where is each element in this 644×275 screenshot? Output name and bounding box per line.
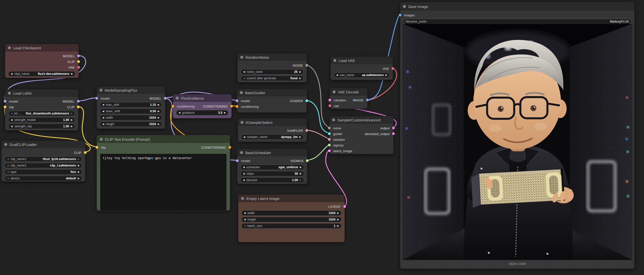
model-sampling-flux-widget-base-shift[interactable]: ◀base_shift0.50▶ <box>100 109 162 114</box>
node-model-sampling-flux[interactable]: ModelSamplingFluxmodelMODEL◀max_shift1.1… <box>96 86 165 129</box>
basic-scheduler-widget-scheduler[interactable]: ◀schedulersgm_uniform▶ <box>240 164 304 170</box>
dual-clip-loader-widget-type[interactable]: ◀typeflux▶ <box>4 169 82 175</box>
model-sampling-flux-widget-height[interactable]: ◀height1024▶ <box>100 121 162 127</box>
random-noise-widget-noise-seed[interactable]: ◀noise_seed25▶ <box>240 69 304 75</box>
increment-arrow-icon[interactable]: ▶ <box>158 123 160 125</box>
increment-arrow-icon[interactable]: ▶ <box>385 74 387 76</box>
input-port-vae[interactable] <box>328 104 331 107</box>
decrement-arrow-icon[interactable]: ◀ <box>244 225 246 227</box>
node-sampler-custom-advanced[interactable]: SamplerCustomAdvancednoiseoutputguiderde… <box>329 116 394 154</box>
node-load-checkpoint[interactable]: Load CheckpointMODELCLIPVAE◀ckpt_nameflu… <box>5 44 79 78</box>
output-port-CLIP[interactable] <box>77 60 80 63</box>
load-lora-widget-strength-clip[interactable]: ◀strength_clip1.00▶ <box>8 124 75 129</box>
dual-clip-loader-widget-clip-name2[interactable]: ◀clip_name2clip_l.safetensors▶ <box>4 163 82 168</box>
node-flux-guidance[interactable]: FluxGuidanceconditioningCONDITIONING◀gui… <box>173 94 232 118</box>
increment-arrow-icon[interactable]: ▶ <box>300 172 302 175</box>
basic-scheduler-widget-denoise[interactable]: ◀denoise1.00▶ <box>240 177 304 183</box>
increment-arrow-icon[interactable]: ▶ <box>71 73 73 75</box>
increment-arrow-icon[interactable]: ▶ <box>71 112 73 115</box>
output-port-VAE[interactable] <box>392 67 394 70</box>
empty-latent-image-widget-width[interactable]: ◀width1024▶ <box>241 210 342 216</box>
load-lora-widget-lor-[interactable]: ◀lor ...flux_dreambooth.safetensors▶ <box>8 111 75 116</box>
decrement-arrow-icon[interactable]: ◀ <box>243 166 245 168</box>
output-port-SAMPLER[interactable] <box>306 129 308 132</box>
random-noise-widget-control-after-generate[interactable]: ◀control after generatefixed▶ <box>240 76 304 81</box>
increment-arrow-icon[interactable]: ▶ <box>158 116 160 119</box>
node-random-noise[interactable]: RandomNoiseNOISE◀noise_seed25▶◀control a… <box>237 53 307 83</box>
node-ksampler-select[interactable]: KSamplerSelectSAMPLER◀sampler_namedpmpp_… <box>238 118 307 142</box>
output-port-MODEL[interactable] <box>77 100 80 103</box>
input-port-sigmas[interactable] <box>328 144 331 146</box>
decrement-arrow-icon[interactable]: ◀ <box>7 164 9 167</box>
increment-arrow-icon[interactable]: ▶ <box>78 164 80 167</box>
decrement-arrow-icon[interactable]: ◀ <box>11 119 12 121</box>
output-port-CONDITIONING[interactable] <box>228 146 231 149</box>
basic-scheduler-widget-steps[interactable]: ◀steps50▶ <box>240 171 304 176</box>
increment-arrow-icon[interactable]: ▶ <box>337 212 339 214</box>
decrement-arrow-icon[interactable]: ◀ <box>243 179 245 181</box>
save-image-widget-filename-prefix[interactable]: filename_prefixMarkuryFLUX <box>403 19 632 24</box>
increment-arrow-icon[interactable]: ▶ <box>337 218 339 221</box>
model-sampling-flux-widget-max-shift[interactable]: ◀max_shift1.15▶ <box>100 102 162 108</box>
node-clip-text-encode[interactable]: CLIP Text Encode (Prompt)clipCONDITIONIN… <box>96 135 230 211</box>
input-port-images[interactable] <box>399 14 402 16</box>
output-port-IMAGE[interactable] <box>366 99 369 101</box>
empty-latent-image-widget-batch-size[interactable]: ◀batch_size1▶ <box>241 223 342 229</box>
input-port-model[interactable] <box>4 100 6 103</box>
decrement-arrow-icon[interactable]: ◀ <box>243 71 245 73</box>
input-port-conditioning[interactable] <box>236 105 238 108</box>
output-port-SIGMAS[interactable] <box>306 159 309 162</box>
decrement-arrow-icon[interactable]: ◀ <box>7 177 9 180</box>
increment-arrow-icon[interactable]: ▶ <box>299 71 301 73</box>
decrement-arrow-icon[interactable]: ◀ <box>11 73 12 75</box>
input-port-guider[interactable] <box>328 132 331 135</box>
decrement-arrow-icon[interactable]: ◀ <box>244 218 246 221</box>
input-port-samples[interactable] <box>328 99 331 101</box>
output-port-CLIP[interactable] <box>84 151 87 154</box>
load-vae-widget-vae-name[interactable]: ◀vae_nameae.safetensors▶ <box>334 72 390 78</box>
increment-arrow-icon[interactable]: ▶ <box>78 158 80 160</box>
load-lora-widget-strength-model[interactable]: ◀strength_model1.00▶ <box>8 117 75 123</box>
node-dual-clip-loader[interactable]: DualCLIPLoaderCLIP◀clip_name1t5xxl_fp16.… <box>1 140 86 182</box>
ksampler-select-widget-sampler-name[interactable]: ◀sampler_namedpmpp_2m▶ <box>241 134 304 140</box>
output-port-LATENT[interactable] <box>343 205 346 208</box>
input-port-model[interactable] <box>236 99 238 102</box>
increment-arrow-icon[interactable]: ▶ <box>158 110 160 113</box>
increment-arrow-icon[interactable]: ▶ <box>71 125 73 128</box>
output-port-VAE[interactable] <box>77 66 80 69</box>
decrement-arrow-icon[interactable]: ◀ <box>244 212 246 214</box>
input-port-model[interactable] <box>236 159 238 162</box>
dual-clip-loader-widget-clip-name1[interactable]: ◀clip_name1t5xxl_fp16.safetensors▶ <box>4 156 82 162</box>
increment-arrow-icon[interactable]: ▶ <box>158 104 160 106</box>
input-port-sampler[interactable] <box>328 138 331 141</box>
increment-arrow-icon[interactable]: ▶ <box>299 77 301 80</box>
decrement-arrow-icon[interactable]: ◀ <box>7 171 9 173</box>
dual-clip-loader-widget-device[interactable]: ◀devicedefault▶ <box>4 176 82 181</box>
decrement-arrow-icon[interactable]: ◀ <box>102 116 104 119</box>
decrement-arrow-icon[interactable]: ◀ <box>11 125 12 128</box>
node-empty-latent-image[interactable]: Empty Latent ImageLATENT◀width1024▶◀heig… <box>238 194 345 242</box>
empty-latent-image-widget-height[interactable]: ◀height1024▶ <box>241 217 342 222</box>
node-graph-canvas[interactable]: Load CheckpointMODELCLIPVAE◀ckpt_nameflu… <box>0 0 644 275</box>
decrement-arrow-icon[interactable]: ◀ <box>11 112 12 115</box>
flux-guidance-widget-guidance[interactable]: ◀guidance3.5▶ <box>176 110 228 115</box>
output-port-CLIP[interactable] <box>77 106 80 108</box>
increment-arrow-icon[interactable]: ▶ <box>337 225 339 227</box>
decrement-arrow-icon[interactable]: ◀ <box>336 74 338 76</box>
input-port-latent_image[interactable] <box>328 149 331 152</box>
decrement-arrow-icon[interactable]: ◀ <box>102 123 104 125</box>
decrement-arrow-icon[interactable]: ◀ <box>7 158 9 160</box>
output-port-output[interactable] <box>392 127 395 129</box>
increment-arrow-icon[interactable]: ▶ <box>299 136 301 138</box>
input-port-clip[interactable] <box>4 106 6 108</box>
increment-arrow-icon[interactable]: ▶ <box>78 177 80 180</box>
decrement-arrow-icon[interactable]: ◀ <box>243 136 245 138</box>
increment-arrow-icon[interactable]: ▶ <box>300 166 302 168</box>
increment-arrow-icon[interactable]: ▶ <box>224 112 226 114</box>
node-basic-scheduler[interactable]: BasicSchedulermodelSIGMAS◀schedulersgm_u… <box>237 149 308 184</box>
decrement-arrow-icon[interactable]: ◀ <box>102 110 104 113</box>
decrement-arrow-icon[interactable]: ◀ <box>243 172 245 175</box>
decrement-arrow-icon[interactable]: ◀ <box>243 77 245 80</box>
node-basic-guider[interactable]: BasicGuidermodelGUIDERconditioning <box>237 89 307 113</box>
increment-arrow-icon[interactable]: ▶ <box>71 119 73 121</box>
